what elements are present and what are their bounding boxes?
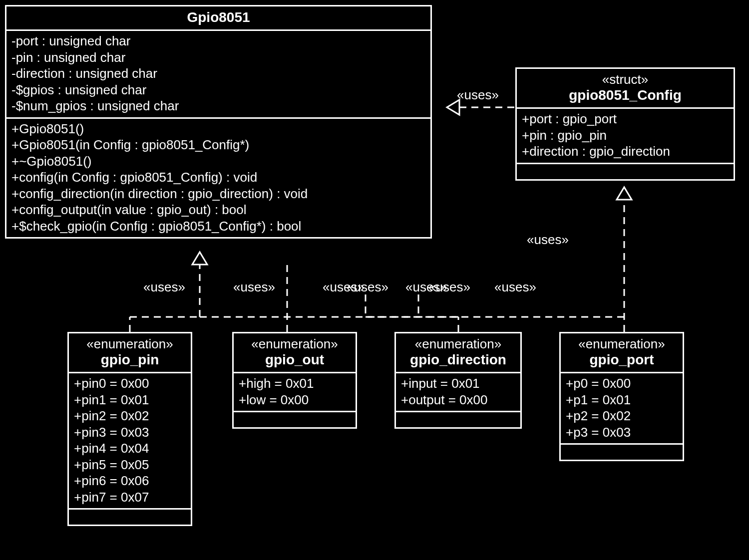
uses-label: «uses» xyxy=(428,280,470,295)
enum-gpio_direction: «enumeration» gpio_direction +input = 0x… xyxy=(394,332,522,429)
svg-marker-11 xyxy=(617,187,632,200)
ops-empty xyxy=(396,411,520,427)
stereotype: «enumeration» xyxy=(401,336,515,352)
class-title: gpio8051_Config xyxy=(522,87,729,103)
class-title: gpio_direction xyxy=(401,352,515,368)
attributes: -port : unsigned char -pin : unsigned ch… xyxy=(6,29,430,117)
uses-label: «uses» xyxy=(494,280,536,295)
svg-marker-5 xyxy=(192,252,207,265)
ops-empty xyxy=(561,443,683,460)
stereotype: «enumeration» xyxy=(566,336,678,352)
struct-gpio8051_Config: «struct» gpio8051_Config +port : gpio_po… xyxy=(515,67,735,181)
values: +input = 0x01 +output = 0x00 xyxy=(396,372,520,411)
stereotype: «struct» xyxy=(522,72,729,87)
operations: +Gpio8051() +Gpio8051(in Config : gpio80… xyxy=(6,117,430,238)
uses-label: «uses» xyxy=(233,280,275,295)
class-title: Gpio8051 xyxy=(11,9,425,25)
uses-label: «uses» xyxy=(457,87,499,103)
stereotype: «enumeration» xyxy=(239,336,351,352)
class-title: gpio_port xyxy=(566,352,678,368)
attributes: +port : gpio_port +pin : gpio_pin +direc… xyxy=(517,107,734,163)
enum-gpio_out: «enumeration» gpio_out +high = 0x01 +low… xyxy=(232,332,357,429)
class-title: gpio_pin xyxy=(74,352,186,368)
uses-label: «uses» xyxy=(143,280,185,295)
uml-canvas: Gpio8051 -port : unsigned char -pin : un… xyxy=(0,0,749,560)
uses-label: «uses» xyxy=(527,232,569,248)
class-title: gpio_out xyxy=(239,352,351,368)
ops-empty xyxy=(234,411,356,427)
ops-empty xyxy=(69,508,191,525)
operations-empty xyxy=(517,163,734,179)
values: +p0 = 0x00 +p1 = 0x01 +p2 = 0x02 +p3 = 0… xyxy=(561,372,683,443)
class-Gpio8051: Gpio8051 -port : unsigned char -pin : un… xyxy=(5,5,432,239)
stereotype: «enumeration» xyxy=(74,336,186,352)
values: +pin0 = 0x00 +pin1 = 0x01 +pin2 = 0x02 +… xyxy=(69,372,191,508)
enum-gpio_pin: «enumeration» gpio_pin +pin0 = 0x00 +pin… xyxy=(67,332,192,526)
uses-label: «uses» xyxy=(347,280,388,295)
enum-gpio_port: «enumeration» gpio_port +p0 = 0x00 +p1 =… xyxy=(559,332,684,461)
values: +high = 0x01 +low = 0x00 xyxy=(234,372,356,411)
